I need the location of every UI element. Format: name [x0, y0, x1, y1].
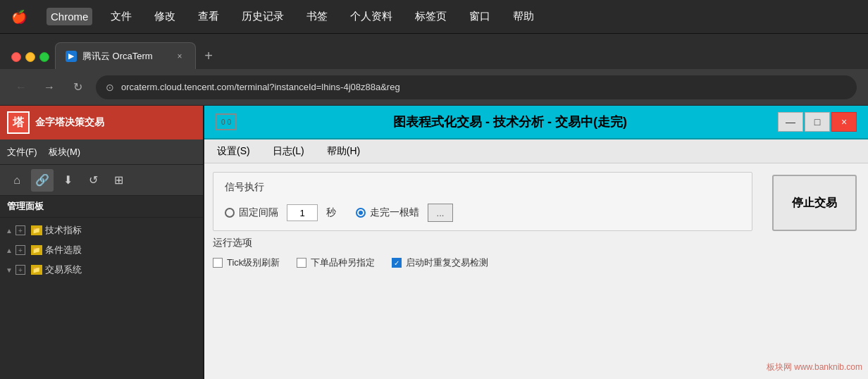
sidebar-menubar: 文件(F) 板块(M) — [0, 139, 203, 165]
app-minimize-button[interactable]: — — [778, 112, 803, 132]
order-symbol-checkbox[interactable] — [297, 258, 306, 268]
options-title: 运行选项 — [213, 237, 752, 249]
app-menubar: 设置(S) 日志(L) 帮助(H) — [204, 139, 868, 163]
menu-chrome[interactable]: Chrome — [46, 8, 92, 25]
folder-icon: 📁 — [31, 225, 42, 235]
tree-arrow-icon: ▼ — [6, 266, 13, 274]
logo-text: 塔 — [13, 116, 24, 130]
grid-icon[interactable]: ⊞ — [107, 169, 130, 192]
dots-button[interactable]: ... — [428, 204, 453, 222]
menu-view[interactable]: 查看 — [194, 7, 223, 26]
window-controls — [6, 52, 55, 69]
new-tab-button[interactable]: + — [199, 46, 218, 66]
walk-complete-radio[interactable] — [356, 208, 366, 218]
startup-check-group: 启动时重复交易检测 — [392, 256, 488, 269]
close-window-button[interactable] — [11, 52, 21, 62]
menu-file[interactable]: 文件 — [106, 7, 136, 26]
tree-expand-icon[interactable]: + — [16, 225, 25, 235]
link-icon[interactable]: 🔗 — [31, 169, 54, 192]
tab-bar: ▶ 腾讯云 OrcaTerm × + — [0, 34, 868, 69]
tree-arrow-icon: ▲ — [6, 227, 13, 235]
folder-icon: 📁 — [31, 245, 42, 255]
maximize-window-button[interactable] — [39, 52, 49, 62]
app-menu-help[interactable]: 帮助(H) — [323, 144, 364, 159]
menu-profile[interactable]: 个人资料 — [346, 7, 397, 26]
url-security-icon: ⊙ — [106, 82, 114, 93]
tree-item-label: 技术指标 — [45, 224, 82, 237]
fixed-interval-group: 固定间隔 — [225, 206, 278, 219]
tick-refresh-label: Tick级别刷新 — [227, 256, 280, 269]
menu-bookmarks[interactable]: 书签 — [302, 7, 332, 26]
menu-help[interactable]: 帮助 — [509, 7, 538, 26]
sidebar-logo: 塔 — [7, 111, 30, 134]
signal-row: 固定间隔 秒 走完一根蜡 ... — [225, 204, 740, 222]
sidebar-menu-file[interactable]: 文件(F) — [7, 146, 37, 159]
tree-item-indicators[interactable]: ▲ + 📁 技术指标 — [0, 220, 203, 240]
main-panel: 0 0 图表程式化交易 - 技术分析 - 交易中(走完) — □ × 设置(S)… — [204, 106, 868, 379]
interval-input[interactable] — [287, 204, 318, 221]
refresh-icon[interactable]: ↺ — [82, 169, 104, 192]
seconds-label: 秒 — [326, 206, 336, 219]
tree-expand-icon[interactable]: + — [16, 265, 25, 275]
options-section: 运行选项 Tick级别刷新 下单品种另指定 启动时重复交易检测 — [213, 237, 752, 269]
app-title: 图表程式化交易 - 技术分析 - 交易中(走完) — [242, 113, 778, 130]
app-menu-settings[interactable]: 设置(S) — [213, 144, 254, 159]
app-titlebar: 0 0 图表程式化交易 - 技术分析 - 交易中(走完) — □ × — [204, 106, 868, 139]
order-symbol-label: 下单品种另指定 — [311, 256, 375, 269]
signal-section-title: 信号执行 — [225, 181, 740, 194]
url-bar[interactable]: ⊙ orcaterm.cloud.tencent.com/terminal?in… — [96, 75, 857, 99]
signal-area: 信号执行 固定间隔 秒 走完一根蜡 — [204, 163, 761, 275]
reload-button[interactable]: ↻ — [68, 77, 87, 97]
content-area: 塔 金字塔决策交易 文件(F) 板块(M) ⌂ 🔗 ⬇ ↺ ⊞ 管理面板 ▲ +… — [0, 106, 868, 379]
tree-area: ▲ + 📁 技术指标 ▲ + 📁 条件选股 ▼ + 📁 — [0, 218, 203, 379]
url-text: orcaterm.cloud.tencent.com/terminal?inst… — [121, 82, 400, 92]
stop-trading-button[interactable]: 停止交易 — [772, 175, 857, 231]
app-window-controls: — □ × — [778, 112, 857, 132]
panel-title: 管理面板 — [0, 196, 203, 218]
fixed-interval-label: 固定间隔 — [239, 206, 278, 219]
download-icon[interactable]: ⬇ — [56, 169, 79, 192]
bottom-area: 板块网 www.banknib.com — [204, 275, 868, 379]
walk-complete-group: 走完一根蜡 — [356, 206, 419, 219]
tab-close-button[interactable]: × — [174, 51, 185, 62]
tree-item-label: 交易系统 — [45, 263, 82, 276]
folder-icon: 📁 — [31, 265, 42, 275]
app-indicator: 0 0 — [216, 113, 237, 130]
sidebar-icons: ⌂ 🔗 ⬇ ↺ ⊞ — [0, 165, 203, 196]
forward-button[interactable]: → — [39, 77, 59, 97]
sidebar-menu-block[interactable]: 板块(M) — [49, 146, 81, 159]
app-menu-logs[interactable]: 日志(L) — [268, 144, 309, 159]
fixed-interval-radio[interactable] — [225, 208, 235, 218]
back-button[interactable]: ← — [11, 77, 31, 97]
watermark: 板块网 www.banknib.com — [767, 361, 862, 373]
app-close-button[interactable]: × — [831, 112, 857, 132]
tab-favicon: ▶ — [66, 51, 77, 62]
walk-complete-label: 走完一根蜡 — [370, 206, 419, 219]
sidebar-title: 金字塔决策交易 — [35, 116, 104, 129]
tick-refresh-group: Tick级别刷新 — [213, 256, 280, 269]
apple-menu[interactable]: 🍎 — [11, 9, 27, 25]
startup-check-label: 启动时重复交易检测 — [406, 256, 488, 269]
stop-button-area: 停止交易 — [761, 163, 868, 242]
macos-menubar: 🍎 Chrome 文件 修改 查看 历史记录 书签 个人资料 标签页 窗口 帮助 — [0, 0, 868, 34]
tree-item-trading[interactable]: ▼ + 📁 交易系统 — [0, 260, 203, 280]
tree-arrow-icon: ▲ — [6, 247, 13, 254]
tree-expand-icon[interactable]: + — [16, 245, 25, 255]
browser-tab[interactable]: ▶ 腾讯云 OrcaTerm × — [55, 42, 196, 69]
menu-tabs[interactable]: 标签页 — [411, 7, 451, 26]
home-icon[interactable]: ⌂ — [6, 169, 28, 192]
menu-history[interactable]: 历史记录 — [237, 7, 288, 26]
signal-section: 信号执行 固定间隔 秒 走完一根蜡 — [213, 172, 752, 231]
minimize-window-button[interactable] — [25, 52, 35, 62]
sidebar-header: 塔 金字塔决策交易 — [0, 106, 203, 139]
tab-title: 腾讯云 OrcaTerm — [82, 50, 153, 63]
menu-window[interactable]: 窗口 — [465, 7, 495, 26]
order-symbol-group: 下单品种另指定 — [297, 256, 375, 269]
tree-item-conditions[interactable]: ▲ + 📁 条件选股 — [0, 240, 203, 260]
startup-check-checkbox[interactable] — [392, 258, 402, 268]
options-row: Tick级别刷新 下单品种另指定 启动时重复交易检测 — [213, 256, 752, 269]
menu-edit[interactable]: 修改 — [150, 7, 180, 26]
app-restore-button[interactable]: □ — [805, 112, 830, 132]
tick-refresh-checkbox[interactable] — [213, 258, 223, 268]
tree-item-label: 条件选股 — [45, 244, 82, 256]
